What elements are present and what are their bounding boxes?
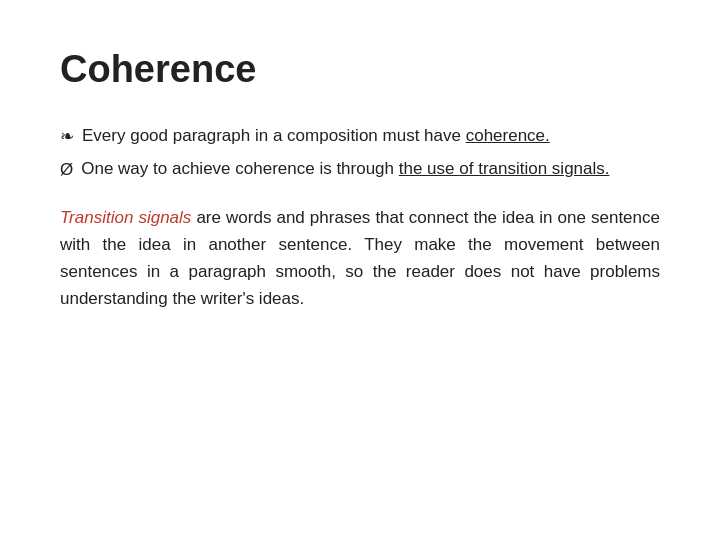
bullet-item-1: ❧ Every good paragraph in a composition …	[60, 123, 660, 150]
bullet1-link: coherence.	[466, 126, 550, 145]
bullet-text-1: Every good paragraph in a composition mu…	[82, 123, 660, 149]
definition-block: Transition signals are words and phrases…	[60, 204, 660, 313]
bullet2-text-before: One way to achieve coherence is through	[81, 159, 399, 178]
bullet-symbol-2: Ø	[60, 157, 73, 183]
page-title: Coherence	[60, 48, 660, 91]
bullet-symbol-1: ❧	[60, 124, 74, 150]
bullet1-text-before: Every good paragraph in a composition mu…	[82, 126, 466, 145]
transition-signals-label: Transition signals	[60, 208, 191, 227]
bullet2-underline: the use of transition signals.	[399, 159, 610, 178]
content-area: ❧ Every good paragraph in a composition …	[60, 123, 660, 312]
bullet-item-2: Ø One way to achieve coherence is throug…	[60, 156, 660, 183]
bullet-text-2: One way to achieve coherence is through …	[81, 156, 660, 182]
slide: Coherence ❧ Every good paragraph in a co…	[0, 0, 720, 540]
